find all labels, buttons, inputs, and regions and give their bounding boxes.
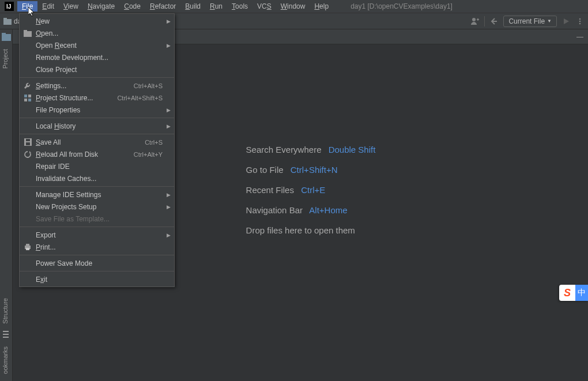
svg-point-5 [472, 18, 476, 21]
menu-item[interactable]: Settings...Ctrl+Alt+S [20, 80, 174, 92]
menu-item[interactable]: Export▶ [20, 229, 174, 241]
menu-item[interactable]: Power Save Mode [20, 257, 174, 269]
menu-item-label: Close Project [36, 66, 163, 74]
drop-hint: Drop files here to open them [246, 225, 355, 235]
collapse-icon[interactable]: — [576, 33, 583, 41]
divider [484, 16, 485, 27]
svg-rect-25 [26, 142, 30, 145]
menu-item-label: Settings... [36, 82, 134, 90]
svg-marker-8 [564, 18, 569, 24]
menu-item-label: Open... [36, 29, 163, 37]
menu-help[interactable]: Help [310, 1, 333, 12]
chevron-right-icon: ▶ [167, 43, 171, 48]
svg-rect-20 [28, 95, 31, 97]
menu-view[interactable]: View [59, 1, 83, 12]
svg-rect-29 [26, 248, 29, 250]
svg-rect-24 [26, 139, 30, 141]
svg-text:IJ: IJ [6, 3, 11, 10]
menu-item[interactable]: Close Project [20, 63, 174, 76]
print-icon [23, 243, 32, 251]
project-tool-button[interactable] [2, 33, 11, 42]
more-icon[interactable] [575, 17, 585, 26]
menu-separator [20, 271, 174, 271]
menu-build[interactable]: Build [180, 1, 205, 12]
structure-icon[interactable] [2, 330, 11, 339]
menu-window[interactable]: Window [276, 1, 310, 12]
wrench-icon [23, 82, 32, 90]
menu-refactor[interactable]: Refactor [145, 1, 180, 12]
app-icon: IJ [5, 2, 14, 11]
menu-item[interactable]: Manage IDE Settings▶ [20, 188, 174, 201]
menu-vcs[interactable]: VCS [252, 1, 276, 12]
menu-item[interactable]: Remote Development... [20, 51, 174, 63]
run-icon[interactable] [561, 17, 571, 26]
project-label[interactable]: Project [2, 46, 9, 72]
menu-item-label: New Projects Setup [36, 203, 163, 211]
menu-item-label: Manage IDE Settings [36, 191, 163, 199]
menu-item[interactable]: Open Recent▶ [20, 39, 174, 51]
svg-point-9 [579, 18, 581, 20]
menu-separator [20, 77, 174, 78]
menu-item[interactable]: New Projects Setup▶ [20, 201, 174, 213]
svg-rect-4 [3, 18, 7, 20]
ime-badge[interactable]: S 中 [559, 285, 588, 301]
menu-item-shortcut: Ctrl+Alt+Y [134, 151, 163, 158]
add-user-icon[interactable] [470, 17, 480, 26]
placeholder-row: Search Everywhere Double Shift [246, 145, 376, 154]
svg-rect-13 [2, 33, 6, 35]
svg-rect-22 [28, 99, 31, 101]
menu-code[interactable]: Code [119, 1, 145, 12]
svg-rect-28 [26, 244, 29, 246]
structure-label[interactable]: Structure [2, 295, 9, 327]
menu-separator [20, 186, 174, 187]
bookmarks-label[interactable]: ookmarks [2, 343, 9, 378]
svg-rect-21 [24, 99, 27, 101]
menu-item-shortcut: Ctrl+Alt+Shift+S [117, 95, 163, 101]
menu-separator [20, 255, 174, 255]
menu-item[interactable]: New▶ [20, 15, 174, 27]
menu-item[interactable]: Repair IDE [20, 160, 174, 172]
menu-run[interactable]: Run [205, 1, 227, 12]
menu-item[interactable]: Save AllCtrl+S [20, 136, 174, 148]
ime-lang: 中 [575, 285, 588, 301]
chevron-right-icon: ▶ [167, 232, 171, 238]
ime-logo: S [559, 285, 575, 301]
menu-separator [20, 227, 174, 227]
menu-tools[interactable]: Tools [227, 1, 252, 12]
menu-edit[interactable]: Edit [37, 1, 59, 12]
left-gutter: Project Structure ookmarks [0, 29, 13, 381]
menu-item-label: Reload All from Disk [36, 150, 134, 159]
menu-item[interactable]: Invalidate Caches... [20, 172, 174, 184]
svg-rect-18 [24, 30, 27, 32]
menu-item[interactable]: File Properties▶ [20, 104, 174, 116]
menu-item[interactable]: Open... [20, 27, 174, 39]
menu-item[interactable]: Print... [20, 241, 174, 253]
svg-rect-7 [478, 18, 479, 20]
menu-item-label: Print... [36, 243, 163, 251]
menu-item[interactable]: Exit [20, 273, 174, 285]
menu-separator [20, 118, 174, 118]
placeholder-row: Recent Files Ctrl+E [246, 185, 376, 195]
run-config-label: Current File [508, 17, 545, 25]
menu-navigate[interactable]: Navigate [83, 1, 119, 12]
chevron-right-icon: ▶ [167, 107, 171, 113]
menu-item[interactable]: Project Structure...Ctrl+Alt+Shift+S [20, 92, 174, 104]
svg-point-11 [579, 22, 581, 24]
menu-separator [20, 134, 174, 134]
chevron-right-icon: ▶ [167, 123, 171, 129]
menu-item-label: Project Structure... [36, 94, 117, 102]
placeholder-row: Go to File Ctrl+Shift+N [246, 165, 376, 175]
menu-item-label: Save All [36, 138, 145, 146]
chevron-down-icon: ▼ [547, 18, 552, 24]
svg-rect-15 [3, 334, 9, 335]
back-arrow-icon[interactable] [489, 17, 499, 26]
folder-icon [23, 30, 32, 37]
menu-file[interactable]: File [17, 1, 37, 12]
menu-item-label: Power Save Mode [36, 259, 163, 267]
menu-item[interactable]: Reload All from DiskCtrl+Alt+Y [20, 148, 174, 160]
run-config-selector[interactable]: Current File ▼ [503, 16, 557, 27]
menu-item[interactable]: Local History▶ [20, 120, 174, 132]
reload-icon [23, 150, 32, 159]
window-title: day1 [D:\openCVExamples\day1] [350, 2, 453, 10]
menu-item-shortcut: Ctrl+Alt+S [134, 82, 163, 89]
